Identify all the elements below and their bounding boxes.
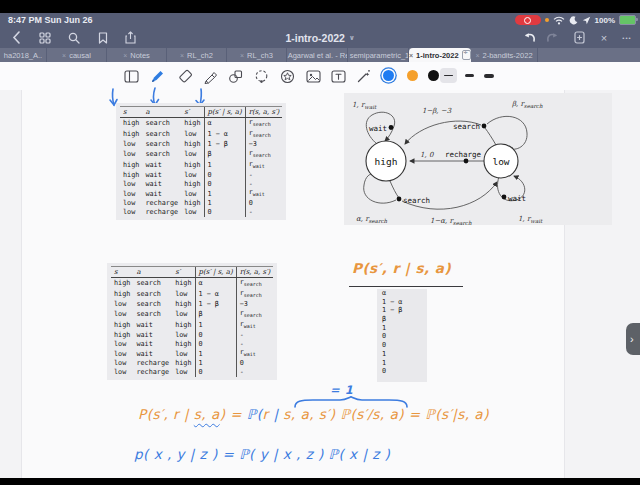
top-letterbox — [0, 0, 640, 13]
p-column-underline — [349, 286, 463, 287]
edge-label-recharge: 1, 0 — [420, 151, 434, 159]
tab-2-bandits-2022[interactable]: ×2-bandits-2022 — [471, 48, 538, 62]
state-low-label: low — [492, 156, 509, 167]
tab-semiparametric[interactable]: ×semiparametric_1.. — [348, 48, 409, 62]
do-not-disturb-moon-icon — [569, 16, 578, 25]
recycling-robot-state-diagram: high low wait search recharge search wai… — [344, 93, 612, 225]
handwritten-p-column-header: P(s′, r | s, a) — [352, 260, 451, 276]
action-search-high-label: search — [403, 196, 430, 205]
handwritten-equation-1: P(s′, r | s, a) = ℙ(r | s, a, s′) ℙ(s′/s… — [138, 406, 489, 422]
color-black-swatch[interactable] — [428, 70, 439, 81]
close-document-button[interactable]: × — [596, 27, 612, 48]
handwritten-equation-2: p( x , y | z ) = ℙ( y | x , z ) ℙ( x | z… — [134, 446, 390, 462]
sticker-tool-icon[interactable] — [279, 68, 295, 84]
tab-close-icon[interactable]: × — [409, 52, 413, 59]
bottom-letterbox — [0, 478, 640, 485]
orange-privacy-dot-icon — [545, 18, 549, 22]
content-area: sas′p(s′ | s, a)r(s, a, s′)highsearchhig… — [0, 90, 640, 478]
location-arrow-icon — [582, 16, 591, 25]
tab-bar-empty-space — [538, 48, 640, 62]
tab-close-icon[interactable]: × — [475, 52, 479, 59]
highlighter-tool-icon[interactable] — [202, 68, 218, 84]
redo-button[interactable] — [543, 27, 561, 48]
tab-1-intro-2022-active[interactable]: ×1-intro-2022 — [409, 48, 471, 62]
lasso-tool-icon[interactable] — [253, 68, 269, 84]
mdp-dynamics-table-bottom: sas′p(s′ | s, a)r(s, a, s′)highsearchhig… — [107, 263, 277, 380]
status-right-cluster: 100% — [515, 14, 636, 26]
chevron-right-icon: › — [630, 333, 634, 345]
status-bar: 8:47 PM Sun Jun 26 100% — [0, 13, 640, 27]
tab-close-icon[interactable]: × — [180, 52, 184, 59]
wavy-underline-s-a: s, a — [194, 406, 220, 422]
next-page-chevron-button[interactable]: › — [626, 323, 640, 355]
action-recharge-label: recharge — [445, 150, 482, 159]
stroke-thick-button[interactable] — [480, 68, 497, 83]
tab-close-icon[interactable]: × — [62, 52, 66, 59]
navigation-bar: 1-intro-2022∨ × ••• — [0, 27, 640, 48]
tab-page-add-icon[interactable] — [462, 50, 471, 60]
tab-agarwal[interactable]: ×Agarwal et al. - Re.. — [287, 48, 348, 62]
image-tool-icon[interactable] — [305, 68, 321, 84]
undo-button[interactable] — [520, 27, 538, 48]
mdp-dynamics-table-top: sas′p(s′ | s, a)r(s, a, s′)highsearchhig… — [116, 103, 286, 220]
battery-icon — [619, 15, 636, 25]
pen-tool-icon[interactable] — [149, 68, 165, 84]
state-high-label: high — [375, 156, 398, 167]
stroke-thin-button[interactable] — [440, 68, 457, 83]
add-page-button[interactable] — [570, 27, 588, 48]
more-menu-button[interactable]: ••• — [618, 27, 636, 48]
p-column-values: α1 − α1 − ββ100110 — [377, 289, 427, 382]
tab-causal[interactable]: ×causal — [47, 48, 107, 62]
ipad-screen: 8:47 PM Sun Jun 26 100% — [0, 0, 640, 485]
editing-toolbar — [0, 62, 640, 91]
battery-percent: 100% — [595, 16, 615, 25]
tab-notes[interactable]: ×Notes — [107, 48, 167, 62]
tab-close-icon[interactable]: × — [123, 52, 127, 59]
recording-badge-icon[interactable] — [515, 15, 541, 25]
color-blue-swatch[interactable] — [383, 70, 394, 81]
tab-close-icon[interactable]: × — [240, 52, 244, 59]
shapes-tool-icon[interactable] — [227, 68, 243, 84]
action-wait-low-label: wait — [508, 194, 526, 203]
tab-rl-ch3[interactable]: ×RL_ch3 — [227, 48, 287, 62]
document-tab-bar: ha2018_A.. ×causal ×Notes ×RL_ch2 ×RL_ch… — [0, 48, 640, 62]
wifi-icon — [553, 16, 565, 25]
text-tool-icon[interactable] — [330, 68, 346, 84]
edge-label-search-low-to-high: 1−β, −3 — [422, 107, 452, 115]
stroke-medium-button[interactable] — [461, 68, 478, 83]
action-wait-high-label: wait — [369, 124, 387, 133]
status-time-date: 8:47 PM Sun Jun 26 — [8, 15, 93, 25]
handwritten-equals-one: = 1 — [330, 383, 353, 397]
color-orange-swatch[interactable] — [407, 70, 418, 81]
tab-rl-ch2[interactable]: ×RL_ch2 — [167, 48, 227, 62]
tab-ha2018[interactable]: ha2018_A.. — [0, 48, 47, 62]
eraser-tool-icon[interactable] — [177, 68, 193, 84]
action-search-low-label: search — [453, 122, 480, 131]
title-caret-icon: ∨ — [349, 34, 355, 42]
magic-pen-tool-icon[interactable] — [355, 68, 371, 84]
page-panel-icon[interactable] — [123, 68, 139, 84]
